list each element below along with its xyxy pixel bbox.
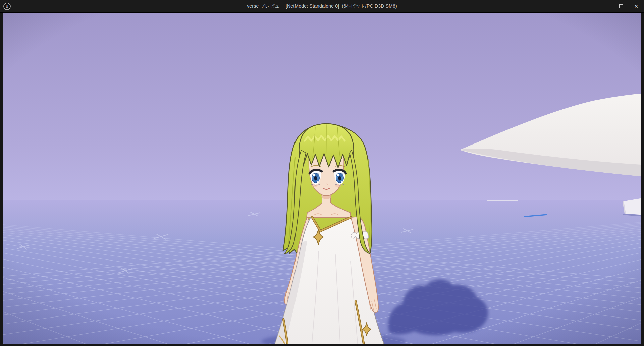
close-button[interactable]: ✕	[629, 0, 644, 12]
minimize-button[interactable]	[598, 0, 613, 12]
maximize-icon	[619, 4, 623, 8]
scene-canvas	[3, 13, 641, 344]
window-title: verse プレビュー [NetMode: Standalone 0] (64-…	[0, 3, 644, 9]
app-window: U verse プレビュー [NetMode: Standalone 0] (6…	[0, 0, 644, 346]
vignette-overlay	[3, 13, 641, 344]
close-icon: ✕	[634, 4, 639, 9]
minimize-icon	[603, 6, 607, 6]
svg-text:U: U	[6, 4, 8, 8]
unreal-engine-logo-icon: U	[3, 2, 11, 10]
game-viewport[interactable]	[3, 13, 641, 344]
window-controls: ✕	[598, 0, 644, 12]
maximize-button[interactable]	[613, 0, 629, 12]
titlebar[interactable]: U verse プレビュー [NetMode: Standalone 0] (6…	[0, 0, 644, 13]
